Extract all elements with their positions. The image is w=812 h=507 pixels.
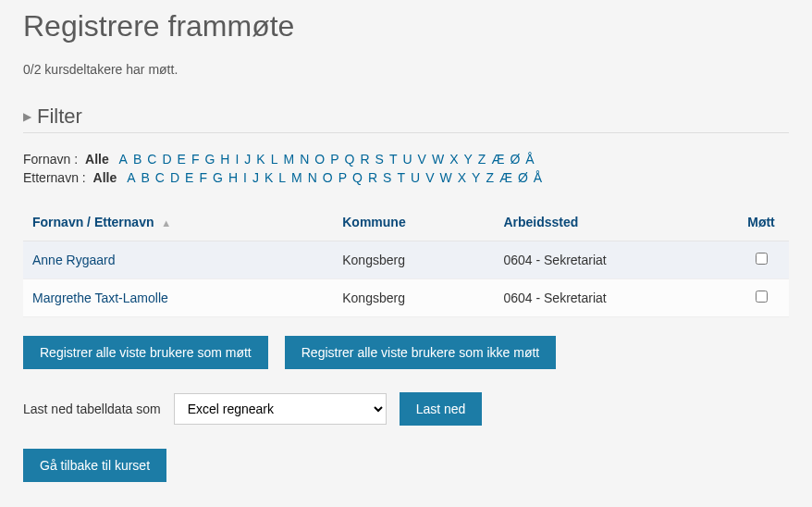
- fornavn-letter-q[interactable]: Q: [345, 152, 355, 167]
- etternavn-letter-u[interactable]: U: [411, 170, 420, 185]
- etternavn-letter-a[interactable]: A: [127, 170, 135, 185]
- etternavn-letter-w[interactable]: W: [439, 170, 451, 185]
- fornavn-letter-s[interactable]: S: [375, 152, 384, 167]
- register-all-not-met-button[interactable]: Registrer alle viste brukere som ikke mø…: [285, 336, 557, 369]
- etternavn-letter-r[interactable]: R: [368, 170, 377, 185]
- etternavn-letter-h[interactable]: H: [228, 170, 238, 185]
- etternavn-letter-n[interactable]: N: [308, 170, 317, 185]
- fornavn-letter-r[interactable]: R: [360, 152, 369, 167]
- back-to-course-button[interactable]: Gå tilbake til kurset: [23, 449, 166, 482]
- etternavn-label: Etternavn :: [23, 170, 86, 185]
- fornavn-letter-g[interactable]: G: [204, 152, 215, 167]
- attendance-status: 0/2 kursdeltakere har møtt.: [23, 62, 789, 77]
- attendance-checkbox[interactable]: [756, 253, 768, 265]
- etternavn-letter-c[interactable]: C: [155, 170, 165, 185]
- fornavn-letter-m[interactable]: M: [284, 152, 295, 167]
- etternavn-letter-k[interactable]: K: [265, 170, 273, 185]
- fornavn-letter-e[interactable]: E: [178, 152, 186, 167]
- chevron-right-icon: ▶: [23, 110, 31, 123]
- fornavn-letter-n[interactable]: N: [300, 152, 309, 167]
- etternavn-letter-q[interactable]: Q: [352, 170, 363, 185]
- etternavn-letter-p[interactable]: P: [338, 170, 347, 185]
- fornavn-letter-k[interactable]: K: [256, 152, 265, 167]
- fornavn-letter-f[interactable]: F: [191, 152, 200, 167]
- fornavn-label: Fornavn :: [23, 152, 78, 167]
- fornavn-letter-å[interactable]: Å: [525, 152, 534, 167]
- cell-arbeidssted: 0604 - Sekretariat: [494, 241, 733, 279]
- fornavn-letter-ø[interactable]: Ø: [510, 152, 520, 167]
- etternavn-letter-y[interactable]: Y: [472, 170, 480, 185]
- etternavn-letter-g[interactable]: G: [213, 170, 223, 185]
- fornavn-letter-c[interactable]: C: [147, 152, 156, 167]
- fornavn-letter-o[interactable]: O: [314, 152, 325, 167]
- etternavn-letter-æ[interactable]: Æ: [499, 170, 512, 185]
- fornavn-letter-u[interactable]: U: [402, 152, 412, 167]
- etternavn-letter-x[interactable]: X: [458, 170, 466, 185]
- etternavn-letter-b[interactable]: B: [141, 170, 150, 185]
- column-header-name-label: Fornavn / Etternavn: [32, 215, 154, 229]
- etternavn-letter-å[interactable]: Å: [534, 170, 542, 185]
- fornavn-letters: ABCDEFGHIJKLMNOPQRSTUVWXYZÆØÅ: [117, 152, 537, 167]
- etternavn-letter-d[interactable]: D: [170, 170, 179, 185]
- etternavn-letter-j[interactable]: J: [252, 170, 259, 185]
- register-all-met-button[interactable]: Registrer alle viste brukere som møtt: [23, 336, 268, 369]
- etternavn-letter-f[interactable]: F: [199, 170, 207, 185]
- fornavn-alpha-filter: Fornavn : Alle ABCDEFGHIJKLMNOPQRSTUVWXY…: [23, 152, 789, 167]
- column-header-arbeidssted[interactable]: Arbeidssted: [494, 204, 733, 241]
- attendance-checkbox[interactable]: [756, 291, 768, 303]
- etternavn-letter-t[interactable]: T: [397, 170, 405, 185]
- etternavn-letter-m[interactable]: M: [291, 170, 302, 185]
- table-row: Anne RygaardKongsberg0604 - Sekretariat: [23, 241, 789, 279]
- user-link[interactable]: Anne Rygaard: [32, 253, 116, 267]
- etternavn-letter-v[interactable]: V: [425, 170, 434, 185]
- etternavn-all[interactable]: Alle: [93, 170, 117, 185]
- attendance-table: Fornavn / Etternavn ▲ Kommune Arbeidsste…: [23, 204, 789, 317]
- etternavn-letter-o[interactable]: O: [323, 170, 333, 185]
- fornavn-letter-h[interactable]: H: [220, 152, 229, 167]
- fornavn-letter-z[interactable]: Z: [478, 152, 486, 167]
- etternavn-letter-l[interactable]: L: [278, 170, 286, 185]
- etternavn-letter-e[interactable]: E: [185, 170, 193, 185]
- fornavn-letter-y[interactable]: Y: [463, 152, 472, 167]
- page-title: Registrere frammøte: [23, 9, 789, 43]
- etternavn-alpha-filter: Etternavn : Alle ABCDEFGHIJKLMNOPQRSTUVW…: [23, 170, 789, 185]
- fornavn-letter-æ[interactable]: Æ: [491, 152, 504, 167]
- fornavn-letter-a[interactable]: A: [119, 152, 128, 167]
- fornavn-all[interactable]: Alle: [85, 152, 109, 167]
- user-link[interactable]: Margrethe Taxt-Lamolle: [32, 291, 168, 305]
- download-button[interactable]: Last ned: [400, 392, 483, 426]
- filter-heading: Filter: [37, 105, 82, 129]
- fornavn-letter-i[interactable]: I: [235, 152, 239, 167]
- fornavn-letter-w[interactable]: W: [432, 152, 444, 167]
- etternavn-letter-s[interactable]: S: [383, 170, 391, 185]
- cell-kommune: Kongsberg: [333, 241, 494, 279]
- download-label: Last ned tabelldata som: [23, 402, 161, 416]
- etternavn-letter-z[interactable]: Z: [486, 170, 494, 185]
- sort-asc-icon: ▲: [161, 217, 171, 229]
- fornavn-letter-d[interactable]: D: [162, 152, 171, 167]
- column-header-mott[interactable]: Møtt: [733, 204, 789, 241]
- fornavn-letter-l[interactable]: L: [271, 152, 278, 167]
- etternavn-letter-i[interactable]: I: [243, 170, 247, 185]
- cell-kommune: Kongsberg: [333, 279, 494, 317]
- fornavn-letter-v[interactable]: V: [418, 152, 426, 167]
- cell-arbeidssted: 0604 - Sekretariat: [494, 279, 733, 317]
- column-header-name[interactable]: Fornavn / Etternavn ▲: [23, 204, 333, 241]
- fornavn-letter-p[interactable]: P: [330, 152, 338, 167]
- fornavn-letter-x[interactable]: X: [449, 152, 458, 167]
- fornavn-letter-j[interactable]: J: [244, 152, 251, 167]
- fornavn-letter-b[interactable]: B: [133, 152, 141, 167]
- fornavn-letter-t[interactable]: T: [389, 152, 398, 167]
- column-header-kommune[interactable]: Kommune: [333, 204, 494, 241]
- table-row: Margrethe Taxt-LamolleKongsberg0604 - Se…: [23, 279, 789, 317]
- download-format-select[interactable]: Excel regneark: [174, 393, 387, 425]
- etternavn-letters: ABCDEFGHIJKLMNOPQRSTUVWXYZÆØÅ: [124, 170, 545, 185]
- etternavn-letter-ø[interactable]: Ø: [518, 170, 528, 185]
- filter-toggle[interactable]: ▶ Filter: [23, 105, 789, 133]
